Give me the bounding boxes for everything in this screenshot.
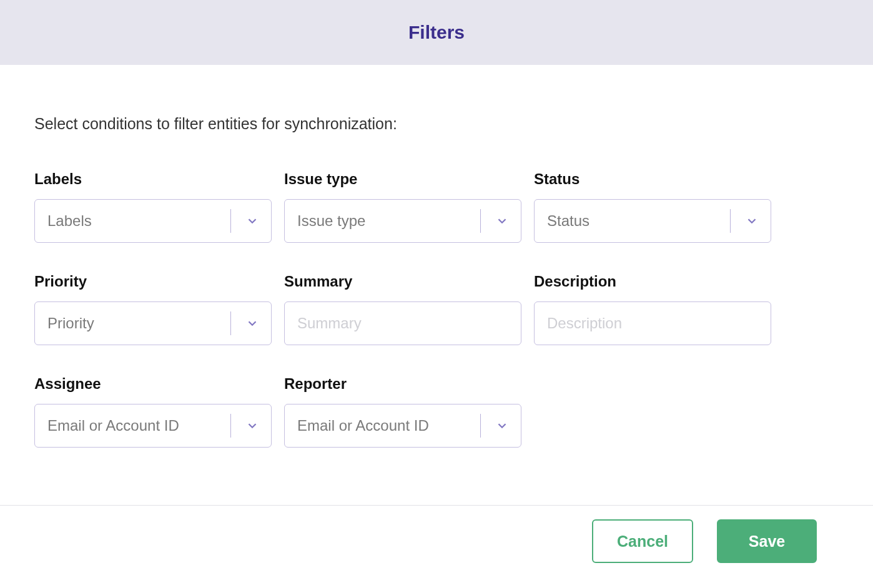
field-reporter: Reporter Email or Account ID	[284, 375, 521, 448]
field-status: Status Status	[534, 170, 771, 243]
reporter-select-value: Email or Account ID	[285, 417, 480, 434]
chevron-down-icon	[234, 419, 271, 433]
field-label-priority: Priority	[34, 273, 272, 290]
assignee-select[interactable]: Email or Account ID	[34, 404, 272, 448]
field-assignee: Assignee Email or Account ID	[34, 375, 272, 448]
priority-select-value: Priority	[35, 315, 230, 332]
priority-select[interactable]: Priority	[34, 301, 272, 345]
select-divider	[230, 209, 231, 233]
field-label-summary: Summary	[284, 273, 521, 290]
dialog-header: Filters	[0, 0, 873, 65]
field-label-status: Status	[534, 170, 771, 188]
labels-select[interactable]: Labels	[34, 199, 272, 243]
select-divider	[230, 311, 231, 335]
select-divider	[480, 414, 481, 438]
save-button[interactable]: Save	[717, 519, 817, 563]
field-label-issue-type: Issue type	[284, 170, 521, 188]
cancel-button[interactable]: Cancel	[592, 519, 693, 563]
field-label-description: Description	[534, 273, 771, 290]
field-label-assignee: Assignee	[34, 375, 272, 393]
field-description: Description	[534, 273, 771, 345]
field-labels: Labels Labels	[34, 170, 272, 243]
field-summary: Summary	[284, 273, 521, 345]
status-select[interactable]: Status	[534, 199, 771, 243]
select-divider	[480, 209, 481, 233]
filter-grid: Labels Labels Issue type Issue type	[34, 170, 839, 448]
summary-input[interactable]	[285, 302, 521, 345]
description-input[interactable]	[535, 302, 771, 345]
chevron-down-icon	[483, 214, 521, 228]
instructions-text: Select conditions to filter entities for…	[34, 115, 839, 133]
issue-type-select[interactable]: Issue type	[284, 199, 521, 243]
chevron-down-icon	[234, 214, 271, 228]
issue-type-select-value: Issue type	[285, 212, 480, 230]
dialog-content: Select conditions to filter entities for…	[0, 65, 873, 473]
select-divider	[230, 414, 231, 438]
chevron-down-icon	[483, 419, 521, 433]
select-divider	[730, 209, 731, 233]
assignee-select-value: Email or Account ID	[35, 417, 230, 434]
dialog-title: Filters	[408, 22, 465, 43]
field-issue-type: Issue type Issue type	[284, 170, 521, 243]
reporter-select[interactable]: Email or Account ID	[284, 404, 521, 448]
labels-select-value: Labels	[35, 212, 230, 230]
field-label-reporter: Reporter	[284, 375, 521, 393]
field-label-labels: Labels	[34, 170, 272, 188]
dialog-footer: Cancel Save	[0, 505, 873, 563]
summary-input-wrap[interactable]	[284, 301, 521, 345]
chevron-down-icon	[234, 316, 271, 330]
status-select-value: Status	[535, 212, 730, 230]
description-input-wrap[interactable]	[534, 301, 771, 345]
chevron-down-icon	[733, 214, 771, 228]
field-priority: Priority Priority	[34, 273, 272, 345]
